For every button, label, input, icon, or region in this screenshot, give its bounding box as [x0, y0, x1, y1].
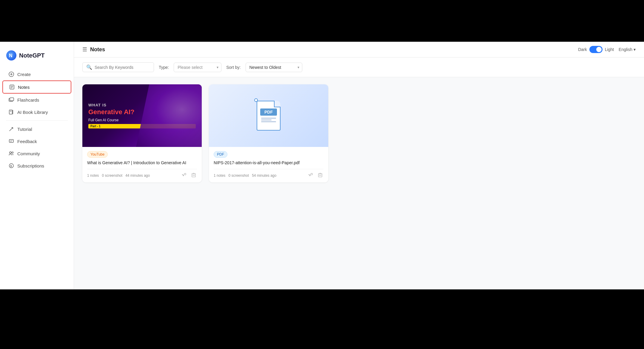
card-title-youtube: What is Generative AI? | Introduction to… [87, 160, 197, 166]
search-box[interactable]: 🔍 [82, 62, 154, 72]
pdf-line-1 [261, 118, 276, 119]
cards-grid: WHAT IS Generative AI? Full Gen AI Cours… [74, 77, 644, 190]
sidebar-label-feedback: Feedback [17, 139, 37, 144]
sidebar-item-feedback[interactable]: Feedback [2, 135, 71, 147]
card-pdf[interactable]: PDF PDF NIPS-2017-attention-is-all- [209, 84, 328, 182]
sort-label: Sort by: [226, 65, 241, 70]
card-footer-youtube: 1 notes 0 screenshot 44 minutes ago [87, 169, 197, 179]
delete-button-2[interactable] [317, 172, 323, 179]
content-toolbar: 🔍 Type: Please select YouTube PDF Sort b… [74, 58, 644, 77]
card-meta-youtube: 1 notes 0 screenshot 44 minutes ago [87, 173, 150, 178]
sidebar-label-create: Create [17, 72, 31, 77]
tutorial-icon [8, 126, 14, 132]
search-icon: 🔍 [86, 64, 92, 70]
card-youtube[interactable]: WHAT IS Generative AI? Full Gen AI Cours… [82, 84, 202, 182]
svg-point-19 [12, 152, 13, 153]
sidebar-item-community[interactable]: Community [2, 148, 71, 159]
sidebar-item-tutorial[interactable]: Tutorial [2, 123, 71, 135]
sidebar-item-subscriptions[interactable]: $ Subscriptions [2, 160, 71, 172]
pdf-line-3 [261, 121, 276, 122]
delete-button-1[interactable] [190, 172, 197, 179]
header-right: Dark Light English ▾ [578, 46, 636, 53]
logo-icon: N [6, 50, 17, 61]
create-icon [8, 71, 14, 77]
type-badge-pdf: PDF [214, 151, 227, 158]
svg-text:$: $ [10, 165, 12, 167]
notes-count-2: 1 notes [214, 173, 225, 178]
pdf-doc: PDF [257, 101, 281, 131]
bottom-black-bar [0, 289, 644, 349]
light-label: Light [605, 47, 614, 52]
svg-rect-15 [9, 139, 13, 142]
svg-point-18 [10, 152, 11, 153]
logo[interactable]: N NoteGPT [0, 48, 74, 68]
sort-select[interactable]: Newest to Oldest Oldest to Newest A-Z Z-… [246, 63, 302, 72]
sidebar-label-community: Community [17, 151, 40, 156]
card-footer-pdf: 1 notes 0 screenshot 54 minutes ago [214, 169, 323, 179]
type-label: Type: [159, 65, 169, 70]
type-badge-youtube: YouTube [87, 151, 108, 158]
card-meta-pdf: 1 notes 0 screenshot 54 minutes ago [214, 173, 276, 178]
type-select-wrapper[interactable]: Please select YouTube PDF [174, 63, 221, 72]
time-ago-2: 54 minutes ago [252, 173, 276, 178]
feedback-icon [8, 138, 14, 144]
hamburger-icon[interactable]: ☰ [82, 46, 87, 53]
pdf-thumbnail: PDF [209, 84, 328, 147]
language-label: English [619, 47, 632, 52]
theme-toggle[interactable]: Dark Light [578, 46, 614, 53]
card-body-youtube: YouTube What is Generative AI? | Introdu… [82, 147, 202, 182]
notes-count-1: 1 notes [87, 173, 99, 178]
toggle-knob [596, 47, 602, 52]
pdf-label: PDF [260, 108, 277, 116]
language-selector[interactable]: English ▾ [619, 47, 636, 52]
notes-icon [9, 84, 15, 90]
pdf-line-2 [261, 120, 272, 120]
sidebar-label-subscriptions: Subscriptions [17, 163, 44, 168]
link-button-1[interactable] [181, 172, 187, 179]
pdf-lines [261, 117, 276, 123]
sidebar-item-create[interactable]: Create [2, 68, 71, 80]
link-button-2[interactable] [307, 172, 314, 179]
sidebar-divider [6, 120, 68, 121]
header-left: ☰ Notes [82, 46, 105, 53]
svg-text:N: N [9, 53, 13, 58]
pdf-icon-container: PDF [257, 101, 281, 131]
sidebar-item-ai-book-library[interactable]: AI Book Library [2, 106, 71, 118]
screenshots-count-2: 0 screenshot [228, 173, 249, 178]
svg-rect-10 [10, 98, 14, 101]
card-title-pdf: NIPS-2017-attention-is-all-you-need-Pape… [214, 160, 323, 166]
sort-select-wrapper[interactable]: Newest to Oldest Oldest to Newest A-Z Z-… [246, 63, 302, 72]
logo-text: NoteGPT [19, 52, 45, 59]
content-area: ☰ Notes Dark Light English ▾ [74, 42, 644, 289]
sidebar-item-notes[interactable]: Notes [2, 80, 71, 94]
sidebar-item-flashcards[interactable]: Flashcards [2, 94, 71, 106]
book-library-icon [8, 109, 14, 115]
type-select[interactable]: Please select YouTube PDF [174, 63, 221, 72]
chevron-down-icon: ▾ [634, 47, 636, 52]
search-input[interactable] [95, 65, 150, 70]
sidebar-label-notes: Notes [18, 85, 30, 90]
sidebar-label-flashcards: Flashcards [17, 97, 39, 103]
content-header: ☰ Notes Dark Light English ▾ [74, 42, 644, 58]
svg-rect-11 [9, 110, 12, 114]
screenshots-count-1: 0 screenshot [102, 173, 122, 178]
community-icon [8, 151, 14, 156]
sidebar-label-tutorial: Tutorial [17, 127, 32, 132]
toggle-switch[interactable] [589, 46, 603, 53]
page-title: Notes [90, 46, 105, 53]
svg-rect-22 [192, 174, 195, 177]
subscriptions-icon: $ [8, 163, 14, 169]
card-actions-pdf [307, 172, 323, 179]
svg-rect-27 [318, 174, 322, 177]
card-actions-youtube [181, 172, 197, 179]
flashcards-icon [8, 97, 14, 103]
youtube-thumbnail: WHAT IS Generative AI? Full Gen AI Cours… [82, 84, 202, 147]
top-black-bar [0, 0, 644, 42]
dark-label: Dark [578, 47, 587, 52]
time-ago-1: 44 minutes ago [125, 173, 150, 178]
sidebar: N NoteGPT Create Notes [0, 42, 74, 289]
sidebar-label-ai-book-library: AI Book Library [17, 110, 48, 115]
card-body-pdf: PDF NIPS-2017-attention-is-all-you-need-… [209, 147, 328, 182]
